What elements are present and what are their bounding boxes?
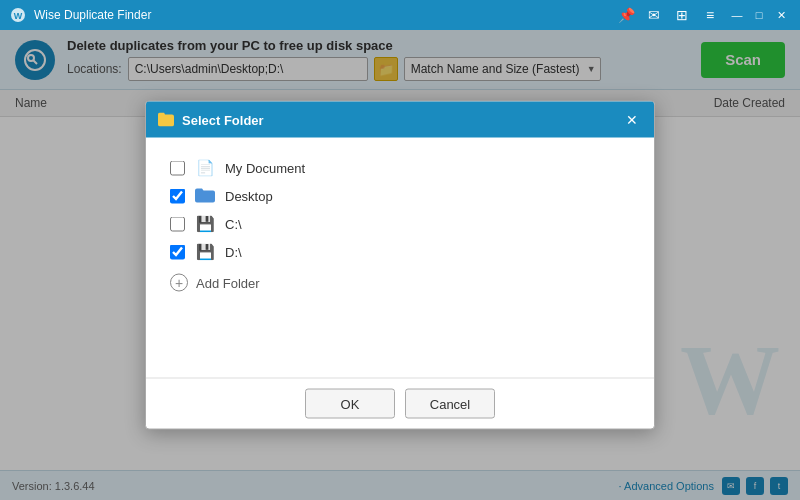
list-item: 💾 C:\: [166, 210, 634, 238]
add-folder-label: Add Folder: [196, 275, 260, 290]
svg-text:W: W: [14, 11, 23, 21]
dialog-close-button[interactable]: ✕: [622, 110, 642, 130]
dialog-footer: OK Cancel: [146, 378, 654, 429]
list-item: 💾 D:\: [166, 238, 634, 266]
window-controls: — □ ✕: [728, 6, 790, 24]
close-button[interactable]: ✕: [772, 6, 790, 24]
desktop-icon: [195, 188, 215, 204]
c-drive-icon: 💾: [195, 216, 215, 232]
c-drive-label: C:\: [225, 216, 242, 231]
desktop-label: Desktop: [225, 188, 273, 203]
maximize-button[interactable]: □: [750, 6, 768, 24]
dialog-title-left: Select Folder: [158, 112, 264, 127]
list-item: Desktop: [166, 182, 634, 210]
menu-icon[interactable]: ≡: [700, 7, 720, 23]
title-bar: W Wise Duplicate Finder 📌 ✉ ⊞ ≡ — □ ✕: [0, 0, 800, 30]
select-folder-dialog: Select Folder ✕ 📄 My Document Desktop: [145, 101, 655, 430]
app-title: Wise Duplicate Finder: [34, 8, 151, 22]
add-folder-row[interactable]: + Add Folder: [166, 266, 634, 300]
add-folder-icon: +: [170, 274, 188, 292]
app-icon: W: [10, 7, 26, 23]
d-drive-label: D:\: [225, 244, 242, 259]
pin-icon[interactable]: 📌: [616, 7, 636, 23]
desktop-folder-icon: [195, 188, 215, 204]
dialog-body: 📄 My Document Desktop 💾 C:\: [146, 138, 654, 378]
my-document-label: My Document: [225, 160, 305, 175]
dialog-title-bar: Select Folder ✕: [146, 102, 654, 138]
dialog-title: Select Folder: [182, 112, 264, 127]
cancel-button[interactable]: Cancel: [405, 389, 495, 419]
mail-icon[interactable]: ✉: [644, 7, 664, 23]
ok-button[interactable]: OK: [305, 389, 395, 419]
desktop-checkbox[interactable]: [170, 188, 185, 203]
title-bar-controls: 📌 ✉ ⊞ ≡ — □ ✕: [616, 6, 790, 24]
dialog-folder-icon: [158, 113, 174, 127]
title-bar-left: W Wise Duplicate Finder: [10, 7, 151, 23]
d-drive-icon: 💾: [195, 244, 215, 260]
c-drive-checkbox[interactable]: [170, 216, 185, 231]
my-document-checkbox[interactable]: [170, 160, 185, 175]
grid-icon[interactable]: ⊞: [672, 7, 692, 23]
list-item: 📄 My Document: [166, 154, 634, 182]
my-document-icon: 📄: [195, 160, 215, 176]
d-drive-checkbox[interactable]: [170, 244, 185, 259]
minimize-button[interactable]: —: [728, 6, 746, 24]
app-body: Delete duplicates from your PC to free u…: [0, 30, 800, 500]
